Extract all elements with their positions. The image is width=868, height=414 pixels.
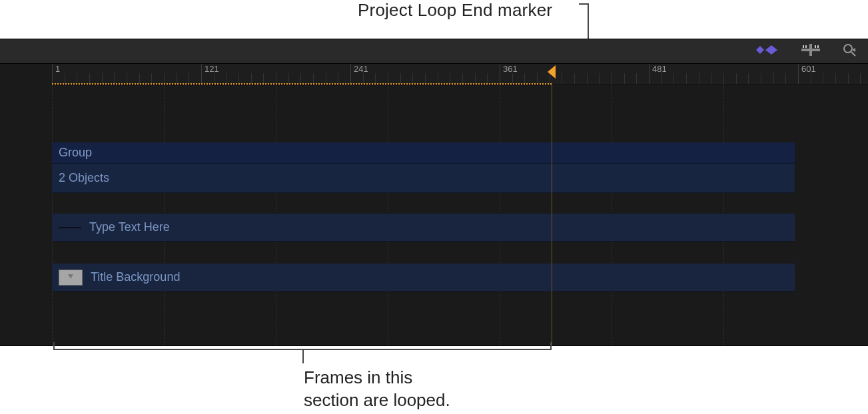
timeline-left-gutter	[0, 64, 52, 346]
svg-marker-0	[756, 46, 764, 54]
group-bar-body[interactable]: 2 Objects	[52, 164, 795, 193]
layer-thumbnail-icon	[59, 227, 81, 228]
svg-rect-7	[817, 45, 819, 48]
timeline-area: 1 121 241 361 481 601	[0, 64, 868, 346]
ruler-label: 121	[203, 64, 219, 74]
callout-loop-end-label: Project Loop End marker	[358, 0, 552, 21]
svg-marker-11	[548, 65, 556, 79]
timeline-ruler[interactable]: 1 121 241 361 481 601	[0, 64, 868, 85]
callout-bracket	[53, 349, 552, 361]
timeline-toolbar	[0, 39, 868, 64]
ruler-label: 601	[799, 64, 816, 74]
layer-bar-text[interactable]: Type Text Here	[52, 214, 795, 242]
svg-point-8	[844, 45, 852, 53]
ruler-label: 361	[501, 64, 518, 74]
svg-line-9	[851, 52, 855, 56]
group-subtitle: 2 Objects	[59, 171, 109, 185]
svg-rect-6	[815, 45, 816, 48]
keyframes-icon[interactable]	[756, 45, 779, 57]
layer-thumbnail-icon	[59, 270, 83, 286]
playhead-line[interactable]	[552, 84, 552, 346]
group-bar-header[interactable]: Group	[52, 142, 795, 164]
layer-bar-background[interactable]: Title Background	[52, 264, 795, 292]
ruler-label: 481	[650, 64, 667, 74]
svg-rect-4	[803, 45, 804, 48]
snap-icon[interactable]	[801, 44, 820, 59]
play-range-indicator	[52, 83, 552, 85]
zoom-search-icon[interactable]	[843, 43, 856, 59]
svg-marker-1	[765, 45, 777, 55]
svg-rect-5	[805, 45, 807, 48]
layer-label: Title Background	[91, 270, 180, 284]
ruler-label: 1	[53, 64, 60, 74]
project-loop-end-marker[interactable]	[546, 64, 557, 80]
tracks-region: Group 2 Objects Type Text Here Title Bac…	[0, 84, 868, 346]
timeline-window: 1 121 241 361 481 601	[0, 39, 868, 346]
callout-looped-frames-label: Frames in this section are looped.	[304, 366, 450, 411]
group-label: Group	[59, 146, 92, 160]
ruler-label: 241	[352, 64, 368, 74]
svg-rect-3	[801, 49, 820, 51]
layer-label: Type Text Here	[89, 220, 170, 234]
